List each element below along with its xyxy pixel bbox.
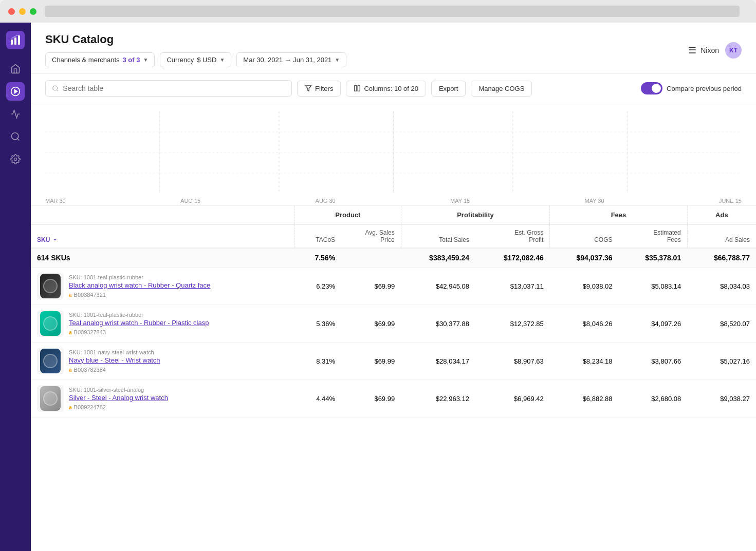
summary-ad-sales: $66,788.77 — [687, 248, 756, 268]
summary-avg-price — [341, 248, 401, 268]
gross-profit-1: $13,037.11 — [475, 268, 550, 305]
asin-1: B003847321 — [74, 292, 106, 298]
svg-marker-10 — [305, 86, 311, 91]
svg-rect-12 — [358, 86, 360, 91]
product-cell-2: SKU: 1001-teal-plastic-rubber Teal analo… — [31, 305, 295, 343]
window-chrome — [0, 0, 756, 23]
product-name-3[interactable]: Navy blue - Steel - Wrist watch — [69, 356, 160, 365]
est-fees-3: $3,807.66 — [618, 343, 687, 380]
svg-point-8 — [53, 86, 58, 90]
svg-rect-1 — [14, 37, 16, 45]
col-header-est-gross-profit: Est. GrossProfit — [475, 224, 550, 248]
total-sales-2: $30,377.88 — [401, 305, 475, 343]
est-fees-1: $5,083.14 — [618, 268, 687, 305]
ad-sales-1: $8,034.03 — [687, 268, 756, 305]
columns-label: Columns: 10 of 20 — [364, 85, 418, 92]
summary-label: 614 SKUs — [31, 248, 295, 268]
sku-sort-label: SKU — [37, 236, 50, 243]
date-range-dropdown[interactable]: Mar 30, 2021 → Jun 31, 2021 ▼ — [236, 52, 346, 67]
sku-id-2: SKU: 1001-teal-plastic-rubber — [69, 312, 209, 318]
currency-dropdown[interactable]: Currency $ USD ▼ — [160, 52, 231, 67]
sidebar-item-settings[interactable] — [6, 150, 25, 168]
columns-button[interactable]: Columns: 10 of 20 — [346, 81, 426, 97]
product-name-2[interactable]: Teal analog wrist watch - Rubber - Plast… — [69, 319, 209, 328]
gross-profit-2: $12,372.85 — [475, 305, 550, 343]
avg-price-2: $69.99 — [341, 305, 401, 343]
currency-value: $ USD — [197, 56, 216, 64]
cogs-3: $8,234.18 — [550, 343, 619, 380]
export-button[interactable]: Export — [431, 81, 466, 97]
table-row: SKU: 1001-teal-plastic-rubber Teal analo… — [31, 305, 756, 343]
cogs-4: $6,882.88 — [550, 380, 619, 417]
search-input[interactable] — [63, 84, 285, 92]
date-range-label: Mar 30, 2021 → Jun 31, 2021 — [243, 56, 331, 64]
menu-icon: ☰ — [688, 45, 696, 56]
traffic-lights — [8, 8, 36, 15]
chart-area: MAR 30 AUG 15 AUG 30 MAY 15 MAY 30 JUNE … — [31, 103, 756, 206]
sort-icon — [52, 237, 58, 243]
channels-value: 3 of 3 — [123, 56, 140, 64]
summary-cogs: $94,037.36 — [550, 248, 619, 268]
est-fees-4: $2,680.08 — [618, 380, 687, 417]
total-sales-1: $42,945.08 — [401, 268, 475, 305]
chart-label-1: MAR 30 — [45, 198, 66, 204]
est-fees-2: $4,097.26 — [618, 305, 687, 343]
sidebar-item-home[interactable] — [6, 60, 25, 78]
filters-button[interactable]: Filters — [297, 81, 341, 97]
col-header-total-sales: Total Sales — [401, 224, 475, 248]
svg-marker-4 — [14, 90, 17, 93]
table-container: Product Profitability Fees Ads SKU TACoS — [31, 206, 756, 551]
header-left: SKU Catalog Channels & merchants 3 of 3 … — [45, 33, 346, 67]
sidebar-item-advertising[interactable] — [6, 105, 25, 123]
amazon-logo-2: a — [69, 330, 72, 335]
sidebar-item-sku-catalog[interactable] — [6, 82, 25, 101]
user-avatar[interactable]: KT — [725, 42, 742, 59]
sku-id-4: SKU: 1001-silver-steel-analog — [69, 387, 168, 393]
chart-label-6: JUNE 15 — [719, 198, 742, 204]
product-name-4[interactable]: Silver - Steel - Analog wrist watch — [69, 394, 168, 403]
svg-point-7 — [14, 158, 17, 161]
summary-gross-profit: $172,082.46 — [475, 248, 550, 268]
svg-line-9 — [57, 90, 58, 91]
user-menu[interactable]: ☰ Nixon — [688, 45, 719, 56]
compare-label: Compare previous period — [667, 85, 742, 92]
asin-3: B003782384 — [74, 367, 106, 373]
tacos-2: 5.36% — [295, 305, 342, 343]
close-button[interactable] — [8, 8, 15, 15]
col-header-sku[interactable]: SKU — [31, 224, 295, 248]
product-image-3 — [37, 348, 64, 374]
summary-row: 614 SKUs 7.56% $383,459.24 $172,082.46 $… — [31, 248, 756, 268]
svg-rect-2 — [18, 35, 20, 45]
ad-sales-4: $9,038.27 — [687, 380, 756, 417]
compare-toggle[interactable] — [641, 82, 662, 94]
col-group-row: Product Profitability Fees Ads — [31, 206, 756, 224]
channels-merchants-dropdown[interactable]: Channels & merchants 3 of 3 ▼ — [45, 52, 155, 67]
avg-price-3: $69.99 — [341, 343, 401, 380]
maximize-button[interactable] — [30, 8, 36, 15]
tacos-4: 4.44% — [295, 380, 342, 417]
search-box[interactable] — [45, 80, 292, 97]
chart-label-3: AUG 30 — [316, 198, 336, 204]
chart-x-labels: MAR 30 AUG 15 AUG 30 MAY 15 MAY 30 JUNE … — [45, 196, 742, 206]
col-header-estimated-fees: EstimatedFees — [618, 224, 687, 248]
tacos-1: 6.23% — [295, 268, 342, 305]
summary-tacos: 7.56% — [295, 248, 342, 268]
total-sales-4: $22,963.12 — [401, 380, 475, 417]
sidebar-item-analytics[interactable] — [6, 127, 25, 146]
asin-2: B009327843 — [74, 329, 106, 335]
col-header-cogs: COGS — [550, 224, 619, 248]
sidebar — [0, 23, 31, 551]
chart-label-4: MAY 15 — [450, 198, 470, 204]
sidebar-logo — [6, 31, 25, 49]
compare-toggle-container: Compare previous period — [641, 82, 742, 94]
amazon-logo-3: a — [69, 367, 72, 373]
col-header-row: SKU TACoS Avg. SalesPrice Total Sales Es… — [31, 224, 756, 248]
svg-line-6 — [17, 139, 20, 141]
minimize-button[interactable] — [19, 8, 26, 15]
logo-icon — [10, 34, 21, 46]
cogs-2: $8,046.26 — [550, 305, 619, 343]
table-row: SKU: 1001-navy-steel-wrist-watch Navy bl… — [31, 343, 756, 380]
product-name-1[interactable]: Black analog wrist watch - Rubber - Quar… — [69, 281, 210, 290]
col-group-profitability: Profitability — [401, 206, 550, 224]
manage-cogs-button[interactable]: Manage COGS — [471, 81, 532, 97]
